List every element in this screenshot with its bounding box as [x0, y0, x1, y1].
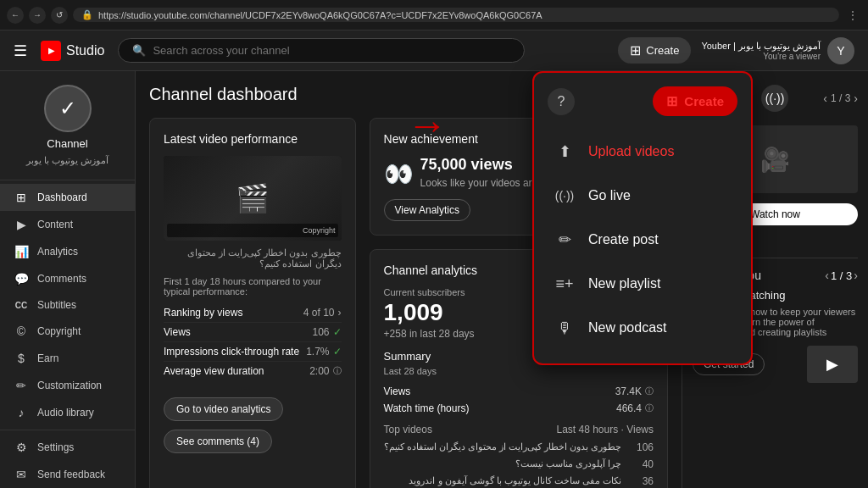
- ideas-pag-text: 1 / 3: [831, 269, 852, 282]
- go-to-video-analytics-btn[interactable]: Go to video analytics: [164, 397, 283, 421]
- plus-icon: ⊞: [630, 42, 641, 58]
- create-button[interactable]: ⊞ Create: [618, 37, 691, 64]
- go-live-label: Go live: [588, 188, 631, 203]
- video-title-text: چطوری بدون اخطار کپی‌رایت از محتوای دیگر…: [164, 247, 342, 269]
- dropdown-item-post[interactable]: ✏ Create post: [548, 218, 737, 262]
- search-input[interactable]: [153, 44, 510, 57]
- top-video-title: نکات مفی ساخت کانال یوتیوب با گوشی آیفون…: [384, 475, 621, 487]
- ideas-prev-btn[interactable]: ‹: [825, 269, 829, 282]
- new-playlist-label: New playlist: [588, 276, 660, 291]
- search-icon: 🔍: [132, 44, 146, 57]
- youtube-icon: [41, 41, 61, 61]
- sidebar-item-copyright[interactable]: © Copyright: [0, 318, 135, 345]
- top-video-row-2: چرا آپلودری مناسب نیست؟ 40: [384, 456, 654, 473]
- sidebar-item-dashboard[interactable]: ⊞ Dashboard: [0, 184, 135, 211]
- summary-value: 37.4K ⓘ: [615, 385, 654, 397]
- browser-reload-btn[interactable]: ↺: [51, 7, 68, 24]
- perf-row-views: Views 106 ✓: [164, 323, 342, 342]
- new-podcast-label: New podcast: [588, 320, 667, 336]
- sidebar: ✓ Channel آموزش یوتیوب با یوبر ⊞ Dashboa…: [0, 71, 136, 488]
- sidebar-item-audio-library[interactable]: ♪ Audio library: [0, 399, 135, 426]
- create-post-label: Create post: [588, 232, 659, 247]
- dropdown-item-podcast[interactable]: 🎙 New podcast: [548, 306, 737, 350]
- help-icon-btn[interactable]: ?: [548, 88, 575, 115]
- sidebar-item-customization[interactable]: ✏ Customization: [0, 372, 135, 399]
- sidebar-item-earn[interactable]: $ Earn: [0, 345, 135, 372]
- perf-label: First 1 day 18 hours compared to your ty…: [164, 276, 342, 297]
- summary-value: 466.4 ⓘ: [616, 402, 654, 414]
- url-text: https://studio.youtube.com/channel/UCDF7…: [98, 10, 542, 20]
- browser-fwd-btn[interactable]: →: [29, 7, 46, 24]
- sidebar-item-comments[interactable]: 💬 Comments: [0, 265, 135, 292]
- dropdown-item-golive[interactable]: ((·)) Go live: [548, 174, 737, 218]
- arrow-indicator: →: [407, 102, 448, 148]
- top-videos-period: Last 48 hours · Views: [556, 424, 654, 435]
- see-comments-btn[interactable]: See comments (4): [164, 430, 272, 453]
- hamburger-menu-btn[interactable]: ☰: [14, 42, 27, 60]
- user-avatar[interactable]: Y: [827, 37, 854, 64]
- browser-url-bar[interactable]: 🔒 https://studio.youtube.com/channel/UCD…: [73, 8, 839, 22]
- top-video-row-3: نکات مفی ساخت کانال یوتیوب با گوشی آیفون…: [384, 473, 654, 488]
- sidebar-item-settings[interactable]: ⚙ Settings: [0, 434, 135, 461]
- dropdown-item-playlist[interactable]: ≡+ New playlist: [548, 262, 737, 306]
- top-video-views: 36: [628, 475, 654, 487]
- sidebar-item-label: Comments: [37, 273, 86, 285]
- top-videos-title: Top videos: [384, 424, 432, 435]
- create-dropdown-label: Create: [684, 94, 724, 108]
- browser-settings-btn[interactable]: ⋮: [844, 7, 861, 24]
- customization-icon: ✏: [14, 379, 29, 392]
- thumbnail-mock: 🎬 Copyright: [164, 156, 342, 241]
- pagination-text: 1 / 3: [831, 92, 850, 104]
- sidebar-item-feedback[interactable]: ✉ Send feedback: [0, 461, 135, 488]
- top-video-row-1: چطوری بدون اخطار کپی‌رایت از محتوای دیگر…: [384, 439, 654, 456]
- subtitles-icon: CC: [14, 301, 29, 310]
- perf-row-value: 106 ✓: [313, 326, 342, 338]
- summary-label: Views: [384, 385, 411, 397]
- ideas-next-btn[interactable]: ›: [854, 269, 858, 282]
- pagination-next-btn[interactable]: ›: [854, 92, 858, 105]
- top-videos-section: Top videos Last 48 hours · Views چطوری ب…: [384, 424, 654, 488]
- perf-row-value: 2:00 ⓘ: [309, 365, 341, 377]
- sidebar-item-subtitles[interactable]: CC Subtitles: [0, 292, 135, 318]
- analytics-icon: 📊: [14, 245, 29, 258]
- sidebar-item-label: Earn: [37, 352, 58, 364]
- create-dropdown-btn[interactable]: ⊞ Create: [653, 86, 737, 116]
- channel-avatar: ✓: [44, 85, 92, 132]
- top-video-views: 106: [628, 441, 654, 453]
- perf-row-label: Average view duration: [164, 365, 264, 377]
- summary-row-views: Views 37.4K ⓘ: [384, 383, 654, 400]
- plus-box-icon: ⊞: [666, 93, 677, 109]
- perf-row-value: 4 of 10 ›: [303, 307, 342, 319]
- summary-row-watchtime: Watch time (hours) 466.4 ⓘ: [384, 400, 654, 417]
- content-icon: ▶: [14, 218, 29, 231]
- new-podcast-icon: 🎙: [551, 314, 578, 341]
- channel-handle: آموزش یوتیوب با یوبر: [26, 155, 108, 166]
- browser-controls: ⋮: [844, 7, 861, 24]
- video-actions: Go to video analytics See comments (4): [164, 389, 342, 453]
- top-video-views: 40: [628, 458, 654, 470]
- latest-video-card: Latest video performance 🎬 Copyright چطو…: [149, 118, 356, 488]
- summary-label: Watch time (hours): [384, 402, 470, 414]
- dropdown-item-upload[interactable]: ⬆ Upload videos: [548, 130, 737, 174]
- feedback-icon: ✉: [14, 468, 29, 481]
- sidebar-item-content[interactable]: ▶ Content: [0, 211, 135, 238]
- top-video-title: چرا آپلودری مناسب نیست؟: [384, 458, 621, 470]
- sidebar-item-label: Analytics: [37, 246, 78, 258]
- sidebar-item-label: Settings: [37, 441, 74, 453]
- perf-row-ctr: Impressions click-through rate 1.7% ✓: [164, 342, 342, 362]
- pagination-prev-btn[interactable]: ‹: [823, 92, 827, 105]
- create-dropdown: ? ⊞ Create ⬆ Upload videos ((·)) Go live…: [532, 71, 753, 365]
- top-video-title: چطوری بدون اخطار کپی‌رایت از محتوای دیگر…: [384, 441, 621, 453]
- studio-header: ☰ Studio 🔍 ⊞ Create Youber | آموزش یوتیو…: [0, 30, 868, 71]
- summary-period: Last 28 days: [384, 366, 654, 376]
- sidebar-item-analytics[interactable]: 📊 Analytics: [0, 238, 135, 265]
- sidebar-item-label: Send feedback: [37, 469, 105, 480]
- view-analytics-btn[interactable]: View Analytics: [384, 199, 470, 221]
- sidebar-item-label: Customization: [37, 380, 102, 391]
- latest-video-title: Latest video performance: [164, 132, 342, 146]
- search-bar[interactable]: 🔍: [118, 38, 525, 63]
- upload-icon: ⬆: [551, 138, 578, 165]
- browser-back-btn[interactable]: ←: [7, 7, 24, 24]
- channel-info: ✓ Channel آموزش یوتیوب با یوبر: [0, 71, 135, 180]
- studio-logo: Studio: [41, 41, 104, 61]
